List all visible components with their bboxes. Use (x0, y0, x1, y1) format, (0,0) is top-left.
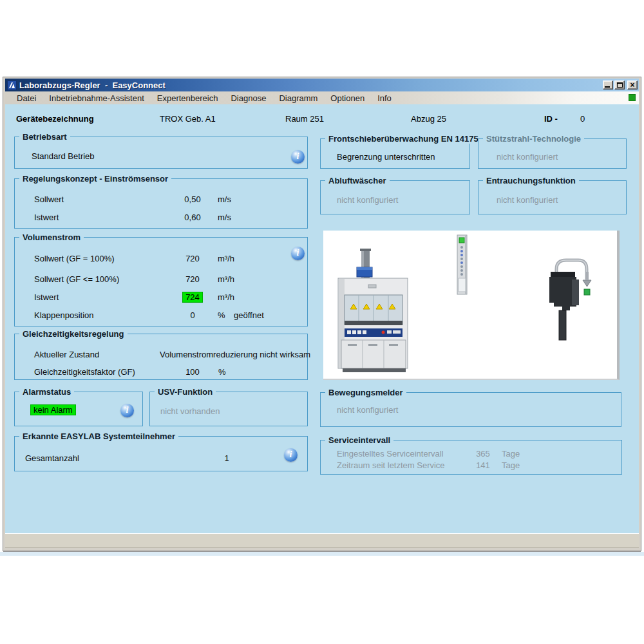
main-content: Gerätebezeichnung TROX Geb. A1 Raum 251 … (5, 104, 639, 533)
app-window: Laborabzugs-Regler - EasyConnect × Datei… (3, 77, 641, 551)
device-visualization-image (323, 231, 620, 380)
row-unit: m/s (218, 213, 231, 222)
gesamtanzahl-label: Gesamtanzahl (25, 453, 79, 463)
groupbox-betriebsart: Betriebsart Standard Betrieb i (14, 137, 308, 169)
info-icon[interactable]: i (120, 404, 134, 417)
groupbox-betriebsart-title: Betriebsart (19, 132, 70, 142)
info-icon[interactable]: i (284, 448, 298, 462)
groupbox-stuetzstrahl-title: Stützstrahl-Technologie (483, 134, 584, 144)
device-designation-label: Gerätebezeichnung (16, 114, 94, 124)
usv-value: nicht vorhanden (160, 406, 220, 416)
frontschieber-value: Begrenzung unterschritten (337, 152, 435, 162)
row-value: Volumenstromreduzierung nicht wirksam (160, 350, 310, 359)
groupbox-serviceintervall: Serviceintervall Eingestelltes Servicein… (320, 440, 622, 475)
groupbox-alarmstatus-title: Alarmstatus (19, 387, 74, 397)
entrauchung-value: nicht konfiguriert (497, 195, 558, 205)
groupbox-frontschieberueberwachung: Frontschieberüberwachung EN 14175 Begren… (320, 138, 470, 169)
row-value: 365 (470, 449, 496, 459)
istwert-highlight-badge: 724 (182, 292, 203, 303)
row-label: Sollwert (GF <= 100%) (34, 274, 119, 284)
menu-item-info[interactable]: Info (371, 93, 398, 103)
groupbox-abluftwaescher-title: Abluftwäscher (325, 176, 390, 185)
info-icon[interactable]: i (291, 247, 305, 260)
fume-hood-value: Abzug 25 (411, 114, 446, 124)
stuetzstrahl-value: nicht konfiguriert (497, 152, 558, 162)
row-value: 0 (175, 310, 211, 320)
minimize-icon (605, 86, 610, 88)
device-name-value: TROX Geb. A1 (160, 114, 216, 124)
row-unit: % (218, 310, 225, 320)
menu-item-diagnose[interactable]: Diagnose (224, 93, 272, 103)
bewegungsmelder-value: nicht konfiguriert (337, 405, 398, 415)
groupbox-volumenstrom: Volumenstrom i Sollwert (GF = 100%) 720 … (14, 237, 308, 327)
groupbox-stuetzstrahl: Stützstrahl-Technologie nicht konfigurie… (478, 138, 627, 169)
row-value: 141 (470, 460, 496, 470)
menu-bar: Datei Inbetriebnahme-Assistent Expertenb… (5, 91, 639, 104)
id-value: 0 (580, 114, 585, 124)
row-unit: m³/h (218, 292, 234, 302)
row-unit: % (218, 367, 226, 377)
menu-item-diagramm[interactable]: Diagramm (272, 93, 324, 103)
groupbox-frontschieberueberwachung-title: Frontschieberüberwachung EN 14175 (325, 134, 482, 144)
groupbox-usv-funktion-title: USV-Funktion (155, 387, 216, 397)
minimize-button[interactable] (603, 80, 613, 90)
groupbox-alarmstatus: Alarmstatus kein Alarm i (14, 392, 143, 426)
row-unit: m/s (218, 194, 231, 204)
row-value: 0,50 (175, 194, 211, 204)
sash-sensor-graphic (549, 260, 591, 340)
app-logo-icon (7, 80, 17, 90)
info-icon[interactable]: i (291, 150, 305, 164)
row-label: Sollwert (34, 194, 64, 204)
groupbox-gleichzeitigkeitsregelung-title: Gleichzeitigkeitsregelung (19, 329, 128, 339)
groupbox-volumenstrom-title: Volumenstrom (19, 232, 84, 242)
maximize-icon (617, 82, 623, 88)
alarm-status-badge: kein Alarm (30, 404, 76, 415)
groupbox-usv-funktion: USV-Funktion nicht vorhanden (149, 392, 308, 426)
room-value: Raum 251 (285, 114, 324, 124)
groupbox-gleichzeitigkeitsregelung: Gleichzeitigkeitsregelung Aktueller Zust… (14, 334, 308, 380)
groupbox-regelungskonzept-title: Regelungskonzept - Einströmsensor (19, 174, 171, 184)
connection-status-indicator (629, 94, 636, 101)
close-button[interactable]: × (627, 80, 638, 90)
betriebsart-value: Standard Betrieb (32, 151, 95, 161)
row-label: Istwert (34, 292, 59, 302)
groupbox-easylab-title: Erkannte EASYLAB Systemteilnehmer (19, 431, 178, 441)
menu-item-expertenbereich[interactable]: Expertenbereich (151, 93, 225, 103)
groupbox-serviceintervall-title: Serviceintervall (325, 435, 393, 445)
control-panel-graphic (457, 235, 467, 294)
row-unit: Tage (502, 460, 520, 470)
window-controls: × (603, 80, 638, 90)
menu-item-optionen[interactable]: Optionen (324, 93, 371, 103)
title-bar: Laborabzugs-Regler - EasyConnect × (5, 79, 639, 91)
menu-item-inbetriebnahme-assistent[interactable]: Inbetriebnahme-Assistent (43, 93, 150, 103)
id-label: ID - (544, 114, 558, 124)
groupbox-entrauchungsfunktion: Entrauchungsfunktion nicht konfiguriert (478, 180, 627, 214)
groupbox-abluftwaescher: Abluftwäscher nicht konfiguriert (320, 180, 470, 214)
desktop-background: Laborabzugs-Regler - EasyConnect × Datei… (0, 0, 644, 644)
row-unit: Tage (502, 449, 520, 459)
groupbox-regelungskonzept: Regelungskonzept - Einströmsensor Sollwe… (14, 178, 308, 229)
maximize-button[interactable] (614, 80, 625, 90)
window-title: Laborabzugs-Regler - EasyConnect (19, 80, 603, 90)
row-value: 100 (175, 367, 211, 377)
abluftwaescher-value: nicht konfiguriert (337, 195, 398, 205)
row-label: Zeitraum seit letztem Service (337, 460, 445, 470)
groupbox-bewegungsmelder: Bewegungsmelder nicht konfiguriert (320, 392, 621, 427)
groupbox-entrauchungsfunktion-title: Entrauchungsfunktion (483, 176, 579, 185)
menu-item-datei[interactable]: Datei (10, 93, 43, 103)
row-label: Aktueller Zustand (34, 350, 99, 359)
row-label: Gleichzeitigkeitsfaktor (GF) (34, 367, 135, 377)
groupbox-easylab-systemteilnehmer: Erkannte EASYLAB Systemteilnehmer Gesamt… (14, 436, 308, 471)
window-shadow (0, 552, 644, 556)
status-bar (5, 533, 639, 548)
row-unit: m³/h (218, 254, 234, 263)
row-value: 720 (175, 254, 211, 263)
gesamtanzahl-value: 1 (217, 453, 236, 463)
fume-hood-graphic (338, 249, 408, 372)
row-label: Klappenposition (34, 310, 94, 320)
row-label: Sollwert (GF = 100%) (34, 254, 115, 263)
row-suffix: geöffnet (234, 310, 264, 320)
row-label: Istwert (34, 213, 59, 222)
row-label: Eingestelltes Serviceintervall (337, 449, 443, 459)
groupbox-bewegungsmelder-title: Bewegungsmelder (325, 388, 406, 397)
